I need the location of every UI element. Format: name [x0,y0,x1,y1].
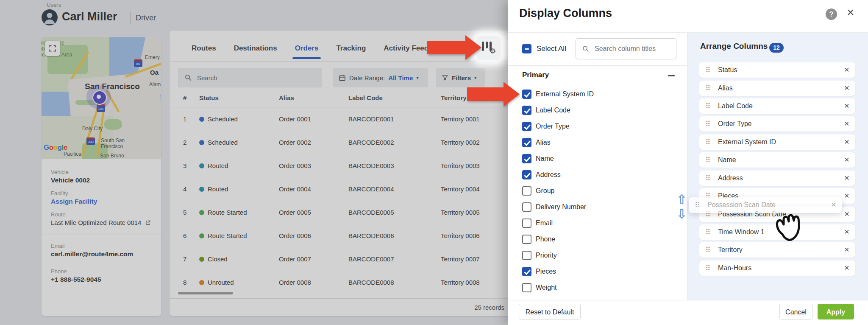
checkbox-label: Address [536,171,561,179]
checkbox-external-system-id[interactable] [522,90,531,99]
remove-icon[interactable]: × [844,81,849,95]
arrange-columns-title: Arrange Columns [700,42,768,51]
checkbox-label-code[interactable] [522,106,531,115]
drag-handle-icon[interactable]: ⠿ [705,156,710,164]
checkbox-pieces[interactable] [522,267,531,276]
arrange-item-label: Territory [718,242,743,258]
checkbox-label: External System ID [536,90,594,98]
checkbox-label: Order Type [536,123,570,130]
remove-icon[interactable]: × [844,261,849,275]
remove-icon[interactable]: × [844,134,849,149]
section-title-primary: Primary [522,71,549,79]
checkbox-alias[interactable] [522,138,531,147]
remove-icon[interactable]: × [844,242,849,257]
checkbox-label: Label Code [536,106,570,114]
arrange-item-label: Label Code [718,98,753,114]
arrange-item-address[interactable]: ⠿Address× [699,171,855,186]
arrange-item-label: Order Type [718,116,752,132]
dialog-footer: Reset to Default Cancel Apply [508,300,868,325]
column-search-input[interactable] [594,45,668,53]
arrange-item-label: Possession Scan Date [707,197,776,213]
checkbox-label: Group [536,187,554,195]
checkbox-label: Phone [536,235,555,243]
column-search[interactable] [576,38,676,59]
drag-up-arrow-icon: ⇧ [676,192,687,207]
reset-to-default-button[interactable]: Reset to Default [519,304,581,319]
arrange-item-status[interactable]: ⠿Status× [699,62,855,78]
arrange-item-label-code[interactable]: ⠿Label Code× [699,98,855,114]
drag-handle-icon[interactable]: ⠿ [705,138,710,146]
remove-icon[interactable]: × [844,62,849,77]
drag-handle-icon[interactable]: ⠿ [705,120,710,128]
remove-icon[interactable]: × [844,207,849,221]
checkbox-priority[interactable] [522,251,531,260]
apply-button[interactable]: Apply [818,304,854,319]
select-all-checkbox[interactable] [522,44,531,53]
arrange-item-name[interactable]: ⠿Name× [699,152,855,168]
remove-icon[interactable]: × [844,224,849,239]
checkbox-label: Delivery Number [536,203,586,211]
checkbox-label: Name [536,155,554,162]
checkbox-weight[interactable] [522,283,531,292]
arrange-columns-panel: Arrange Columns 12 ⠿Status× ⠿Alias× ⠿Lab… [687,33,868,300]
drag-handle-icon[interactable]: ⠿ [705,102,710,110]
column-visibility-panel: Select All Primary External System ID La… [508,33,687,300]
remove-icon[interactable]: × [844,188,849,203]
search-icon [582,45,590,53]
arrange-item-label: Name [718,152,736,168]
cancel-button[interactable]: Cancel [779,304,812,319]
remove-icon: × [831,197,836,212]
checkbox-name[interactable] [522,154,531,163]
drag-handle-icon[interactable]: ⠿ [705,66,710,74]
dialog-header: Display Columns ? × [508,0,868,33]
select-all-label: Select All [537,45,566,53]
checkbox-delivery-number[interactable] [522,202,531,212]
checkbox-label: Priority [536,252,557,259]
arrange-item-label: Man-Hours [718,261,751,276]
screen: Users Carl Miller Driver [0,0,868,325]
hand-cursor-icon [773,207,807,245]
drag-handle-icon[interactable]: ⠿ [705,174,710,182]
divider [508,65,687,66]
arrange-item-label: Status [718,62,737,78]
arrange-item-order-type[interactable]: ⠿Order Type× [699,116,855,132]
drag-handle-icon[interactable]: ⠿ [705,84,710,92]
help-icon[interactable]: ? [826,8,837,20]
drag-handle-icon: ⠿ [695,201,700,209]
remove-icon[interactable]: × [844,171,849,185]
checkbox-email[interactable] [522,219,531,228]
remove-icon[interactable]: × [844,98,849,113]
arrange-item-external-system-id[interactable]: ⠿External System ID× [699,134,855,150]
checkbox-group[interactable] [522,186,531,196]
checkbox-label: Email [536,219,553,227]
arrange-item-label: Time Window 1 [718,224,765,240]
drag-down-arrow-icon: ⇩ [676,207,687,221]
checkbox-label: Weight [536,284,557,291]
display-columns-dialog: Display Columns ? × Select All Primary E… [508,0,868,325]
dialog-title: Display Columns [519,7,612,20]
checkbox-label: Pieces [536,268,556,275]
collapse-section-icon[interactable] [668,75,675,76]
checkbox-label: Alias [536,139,551,146]
arrange-item-man-hours[interactable]: ⠿Man-Hours× [699,261,855,276]
remove-icon[interactable]: × [844,152,849,167]
arrange-item-label: External System ID [718,134,776,150]
close-icon[interactable]: × [847,5,854,20]
arrange-item-alias[interactable]: ⠿Alias× [699,81,855,96]
drag-handle-icon[interactable]: ⠿ [705,264,710,272]
drag-ghost-possession-scan-date: ⠿Possession Scan Date× [689,197,842,213]
checkbox-order-type[interactable] [522,122,531,131]
arrange-item-label: Alias [718,81,733,96]
count-badge: 12 [769,43,784,53]
checkbox-address[interactable] [522,170,531,179]
checkbox-phone[interactable] [522,235,531,244]
drag-handle-icon[interactable]: ⠿ [705,246,710,254]
drag-handle-icon[interactable]: ⠿ [705,228,710,236]
arrange-item-label: Address [718,171,743,186]
remove-icon[interactable]: × [844,116,849,131]
gear-icon: ⚙ [490,47,496,55]
